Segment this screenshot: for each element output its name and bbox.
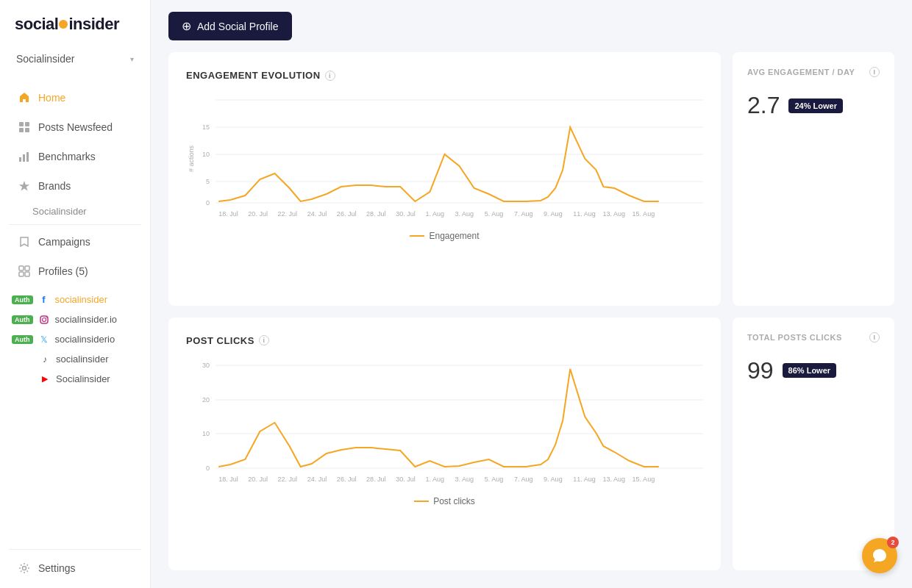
svg-rect-9	[19, 272, 24, 276]
avg-engagement-number: 2.7	[747, 92, 780, 119]
home-icon	[18, 91, 31, 104]
sidebar-item-benchmarks[interactable]: Benchmarks	[6, 143, 144, 171]
post-clicks-line	[218, 369, 659, 467]
post-clicks-legend-label: Post clicks	[433, 496, 475, 506]
svg-text:15. Aug: 15. Aug	[633, 210, 655, 218]
nav-section: Home Posts Newsfeed	[0, 82, 150, 287]
svg-text:1. Aug: 1. Aug	[425, 210, 444, 218]
svg-text:30. Jul: 30. Jul	[396, 476, 416, 483]
sidebar: socialinsider Socialinsider ▾ Home	[0, 0, 151, 588]
engagement-chart-title: ENGAGEMENT EVOLUTION i	[186, 70, 703, 81]
auth-badge-fb: Auth	[12, 295, 33, 304]
sidebar-item-profiles-label: Profiles (5)	[38, 265, 88, 277]
youtube-icon: ▶	[40, 374, 50, 384]
svg-text:10: 10	[202, 430, 210, 437]
svg-text:15. Aug: 15. Aug	[633, 476, 655, 483]
add-profile-button[interactable]: ⊕ Add Social Profile	[168, 12, 292, 40]
profile-name-yt: Socialinsider	[56, 373, 110, 384]
svg-text:15: 15	[202, 123, 210, 131]
sidebar-item-settings-label: Settings	[38, 562, 76, 574]
auth-badge-tw: Auth	[12, 335, 33, 344]
post-clicks-chart-card: POST CLICKS i 0 10 20 30	[168, 318, 721, 571]
profile-item-youtube[interactable]: ▶ Socialinsider	[0, 369, 150, 389]
profile-item-instagram[interactable]: Auth socialinsider.io	[0, 309, 150, 329]
svg-text:3. Aug: 3. Aug	[455, 210, 474, 218]
svg-text:18. Jul: 18. Jul	[218, 476, 238, 483]
svg-text:9. Aug: 9. Aug	[544, 210, 563, 218]
divider-2	[9, 549, 141, 550]
sidebar-item-campaigns[interactable]: Campaigns	[6, 228, 144, 256]
svg-rect-0	[19, 122, 24, 126]
svg-text:20. Jul: 20. Jul	[248, 476, 268, 483]
svg-text:11. Aug: 11. Aug	[573, 476, 596, 483]
profile-item-twitter[interactable]: Auth 𝕏 socialinsiderio	[0, 329, 150, 349]
avg-engagement-info-icon[interactable]: i	[869, 67, 880, 77]
add-profile-label: Add Social Profile	[197, 21, 279, 32]
brands-subitem[interactable]: Socialinsider	[0, 201, 150, 221]
avg-engagement-value: 2.7 24% Lower	[747, 92, 880, 119]
profiles-icon	[18, 265, 31, 278]
svg-text:28. Jul: 28. Jul	[366, 476, 386, 483]
profile-name-ig: socialinsider.io	[55, 314, 118, 325]
svg-text:22. Jul: 22. Jul	[278, 210, 298, 218]
svg-text:18. Jul: 18. Jul	[218, 210, 238, 218]
charts-right: AVG ENGAGEMENT / DAY i 2.7 24% Lower TOT…	[733, 52, 894, 570]
charts-left: ENGAGEMENT EVOLUTION i 0 5 10	[168, 52, 721, 570]
svg-point-12	[42, 318, 46, 321]
svg-text:13. Aug: 13. Aug	[602, 476, 625, 483]
svg-text:26. Jul: 26. Jul	[337, 210, 357, 218]
auth-badge-ig: Auth	[12, 315, 33, 324]
project-selector[interactable]: Socialinsider ▾	[9, 47, 141, 71]
sidebar-item-home-label: Home	[38, 92, 65, 104]
charts-area: ENGAGEMENT EVOLUTION i 0 5 10	[151, 52, 912, 588]
profile-item-facebook[interactable]: Auth f socialinsider	[0, 290, 150, 309]
svg-text:5. Aug: 5. Aug	[485, 476, 504, 483]
post-clicks-chart-wrapper: 0 10 20 30 18. Jul 20. Jul 22. Jul 24. J…	[186, 358, 703, 490]
svg-text:30. Jul: 30. Jul	[396, 210, 416, 218]
svg-text:20: 20	[202, 396, 210, 404]
svg-text:24. Jul: 24. Jul	[307, 210, 327, 218]
total-post-clicks-title-text: TOTAL POSTS CLICKS	[747, 333, 842, 342]
total-post-clicks-badge: 86% Lower	[783, 363, 836, 378]
sidebar-item-posts-newsfeed[interactable]: Posts Newsfeed	[6, 113, 144, 141]
star-icon	[18, 179, 31, 193]
svg-rect-4	[19, 157, 21, 162]
svg-text:26. Jul: 26. Jul	[337, 476, 357, 483]
sidebar-item-home[interactable]: Home	[6, 84, 144, 112]
avg-engagement-title-text: AVG ENGAGEMENT / DAY	[747, 68, 855, 76]
sidebar-item-posts-newsfeed-label: Posts Newsfeed	[38, 121, 113, 133]
sidebar-item-brands-label: Brands	[38, 180, 71, 192]
top-bar: ⊕ Add Social Profile	[151, 0, 912, 52]
instagram-icon	[39, 315, 49, 325]
engagement-legend-label: Engagement	[429, 231, 479, 241]
post-clicks-svg: 0 10 20 30 18. Jul 20. Jul 22. Jul 24. J…	[186, 358, 703, 490]
post-clicks-chart-title: POST CLICKS i	[186, 335, 703, 346]
chat-icon	[872, 548, 888, 564]
sidebar-item-brands[interactable]: Brands	[6, 172, 144, 200]
engagement-svg: 0 5 10 15 # actions 18. Jul 20. Jul 22. …	[186, 93, 703, 225]
svg-text:13. Aug: 13. Aug	[602, 210, 625, 218]
twitter-icon: 𝕏	[39, 334, 49, 345]
avg-engagement-card: AVG ENGAGEMENT / DAY i 2.7 24% Lower	[733, 52, 894, 306]
total-post-clicks-value: 99 86% Lower	[747, 357, 880, 384]
sidebar-item-profiles[interactable]: Profiles (5)	[6, 257, 144, 285]
svg-text:0: 0	[206, 465, 210, 472]
svg-text:20. Jul: 20. Jul	[248, 210, 268, 218]
svg-text:5. Aug: 5. Aug	[485, 210, 504, 218]
profiles-section: Auth f socialinsider Auth socialinsider.…	[0, 290, 150, 389]
total-clicks-info-icon[interactable]: i	[869, 332, 880, 343]
post-clicks-info-icon[interactable]: i	[259, 335, 269, 345]
sidebar-item-settings[interactable]: Settings	[6, 554, 144, 582]
engagement-info-icon[interactable]: i	[325, 71, 335, 81]
chat-bubble[interactable]: 2	[862, 538, 897, 573]
svg-point-13	[46, 317, 47, 318]
svg-text:7. Aug: 7. Aug	[514, 210, 533, 218]
profile-item-tiktok[interactable]: ♪ socialinsider	[0, 349, 150, 369]
logo-dot	[59, 20, 68, 29]
chart-icon	[18, 150, 31, 163]
divider-1	[9, 224, 141, 225]
total-post-clicks-number: 99	[747, 357, 774, 384]
plus-circle-icon: ⊕	[182, 19, 191, 33]
profile-name-fb: socialinsider	[55, 294, 108, 305]
main-content: ⊕ Add Social Profile ENGAGEMENT EVOLUTIO…	[151, 0, 912, 588]
